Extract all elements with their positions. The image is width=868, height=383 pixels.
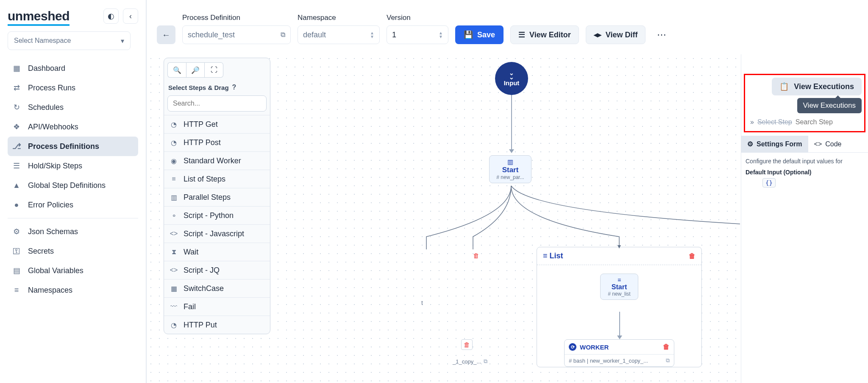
step-python[interactable]: ⚬Script - Python	[164, 206, 270, 224]
js-icon: <>	[169, 229, 178, 238]
save-button[interactable]: 💾Save	[455, 25, 504, 44]
nav-api-webhooks[interactable]: ❖API/Webhooks	[8, 117, 138, 137]
nav-secrets[interactable]: ⚿Secrets	[8, 241, 138, 261]
more-button[interactable]: ⋯	[652, 25, 671, 44]
nav-dashboard[interactable]: ▦Dashboard	[8, 59, 138, 78]
fit-button[interactable]: ⛶	[205, 62, 223, 78]
http-icon: ◔	[169, 320, 178, 330]
diff-icon: ◂▸	[594, 30, 601, 39]
theme-toggle[interactable]: ◐	[103, 8, 119, 24]
worker-node[interactable]: ⟳WORKER🗑 # bash | new_worker_1_copy_...⧉	[564, 339, 674, 367]
nav-namespaces[interactable]: ≡Namespaces	[8, 280, 138, 300]
parallel-icon: ▥	[169, 193, 178, 202]
namespace-field[interactable]: default ▲▼	[298, 25, 380, 44]
default-input-label: Default Input (Optional)	[746, 169, 864, 176]
zoom-in-button[interactable]: 🔍	[167, 62, 186, 78]
collapse-sidebar-button[interactable]: ‹	[123, 8, 138, 24]
config-description: Configure the default input values for	[746, 158, 864, 165]
step-switch[interactable]: ▦SwitchCase	[164, 279, 270, 297]
nav-json-schemas[interactable]: ⚙Json Schemas	[8, 222, 138, 241]
step-http-post[interactable]: ◔HTTP Post	[164, 133, 270, 151]
editor-icon: ☰	[518, 30, 525, 39]
copy-icon[interactable]: ⧉	[484, 358, 487, 365]
view-diff-button[interactable]: ◂▸View Diff	[586, 25, 646, 44]
tooltip: View Executions	[797, 98, 862, 113]
ns-label: Namespace	[298, 14, 380, 22]
list-start-node[interactable]: ≡ Start # new_list	[600, 274, 638, 300]
chevron-down-icon: ▾	[121, 37, 124, 45]
json-braces-button[interactable]: {}	[762, 178, 776, 187]
process-definition-field[interactable]: schedule_test ⧉	[182, 25, 291, 44]
code-icon: <>	[814, 140, 822, 148]
delete-list-button[interactable]: 🗑	[689, 252, 696, 260]
step-js[interactable]: <>Script - Javascript	[164, 224, 270, 243]
stepper-icon[interactable]: ▲▼	[439, 31, 443, 39]
step-standard-worker[interactable]: ◉Standard Worker	[164, 151, 270, 170]
diagram-canvas[interactable]: 🔍 🔎 ⛶ Select Steps & Drag? ◔HTTP Get ◔HT…	[147, 54, 741, 383]
zoom-out-button[interactable]: 🔎	[186, 62, 205, 78]
view-editor-button[interactable]: ☰View Editor	[510, 25, 579, 44]
stepper-icon[interactable]: ▲▼	[370, 31, 374, 39]
input-node[interactable]: ⌄⌄ Input	[495, 62, 528, 95]
step-http-put[interactable]: ◔HTTP Put	[164, 316, 270, 334]
nav-global-steps[interactable]: ▲Global Step Definitions	[8, 176, 138, 195]
list-group-1[interactable]: ≡ List 🗑 ≡ Start # new_list ⟳WORKER🗑	[537, 247, 702, 367]
namespace-select[interactable]: Select Namespace ▾	[8, 31, 131, 50]
delete-node-button[interactable]: 🗑	[461, 339, 473, 350]
worker-icon: ⟳	[569, 343, 576, 351]
back-button[interactable]: ←	[157, 25, 175, 44]
switch-icon: ▦	[169, 284, 178, 293]
python-icon: ⚬	[169, 211, 178, 220]
step-wait[interactable]: ⧗Wait	[164, 243, 270, 261]
pd-label: Process Definition	[182, 14, 291, 22]
jq-icon: <>	[169, 266, 178, 275]
step-http-get[interactable]: ◔HTTP Get	[164, 115, 270, 133]
nav-global-vars[interactable]: ▤Global Variables	[8, 261, 138, 280]
list-icon: ≡	[603, 277, 635, 283]
nav-process-runs[interactable]: ⇄Process Runs	[8, 78, 138, 98]
version-field[interactable]: 1 ▲▼	[387, 25, 448, 44]
worker-icon: ◉	[169, 156, 178, 165]
copy-icon[interactable]: ⧉	[281, 31, 285, 39]
error-icon: ●	[12, 200, 21, 210]
nav-error-policies[interactable]: ●Error Policies	[8, 195, 138, 215]
fragment-label: t	[421, 299, 423, 306]
help-icon[interactable]: ?	[232, 84, 236, 91]
step-fail[interactable]: 〰Fail	[164, 297, 270, 316]
copy-icon[interactable]: ⧉	[666, 357, 670, 364]
delete-worker-button[interactable]: 🗑	[663, 343, 670, 351]
delete-node-button[interactable]: 🗑	[473, 252, 479, 259]
step-parallel[interactable]: ▥Parallel Steps	[164, 188, 270, 206]
http-icon: ◔	[169, 138, 178, 147]
start-node[interactable]: ▥ Start # new_par...	[489, 155, 531, 183]
arrow-icon	[509, 149, 514, 153]
list-icon: ≡	[543, 252, 550, 260]
global-steps-icon: ▲	[12, 181, 21, 190]
right-panel: 📋 View Executions View Executions » Sele…	[741, 54, 868, 383]
webhooks-icon: ❖	[12, 122, 21, 131]
step-jq[interactable]: <>Script - JQ	[164, 261, 270, 279]
brand-logo: unmeshed	[8, 9, 99, 23]
view-executions-button[interactable]: 📋 View Executions	[772, 78, 862, 95]
list-icon: ≡	[169, 174, 178, 184]
tab-settings-form[interactable]: ⚙Settings Form	[741, 136, 808, 152]
expand-icon[interactable]: »	[750, 118, 754, 126]
steps-search-input[interactable]	[167, 95, 267, 112]
vars-icon: ▤	[12, 266, 21, 275]
save-icon: 💾	[464, 30, 473, 39]
step-list[interactable]: ≡List of Steps	[164, 170, 270, 188]
schedules-icon: ↻	[12, 103, 21, 112]
hold-icon: ☰	[12, 161, 21, 171]
nav-schedules[interactable]: ↻Schedules	[8, 98, 138, 117]
gear-icon: ⚙	[12, 227, 21, 236]
nav-hold-skip[interactable]: ☰Hold/Skip Steps	[8, 156, 138, 176]
tab-code[interactable]: <>Code	[808, 136, 848, 152]
chevron-down-icon: ⌄⌄	[509, 71, 514, 79]
nav-process-definitions[interactable]: ⎇Process Definitions	[8, 137, 138, 156]
search-step-input[interactable]	[796, 118, 842, 126]
connector	[511, 95, 512, 151]
dashboard-icon: ▦	[12, 64, 21, 73]
steps-palette: 🔍 🔎 ⛶ Select Steps & Drag? ◔HTTP Get ◔HT…	[164, 58, 270, 334]
process-runs-icon: ⇄	[12, 83, 21, 92]
namespaces-icon: ≡	[12, 285, 21, 295]
